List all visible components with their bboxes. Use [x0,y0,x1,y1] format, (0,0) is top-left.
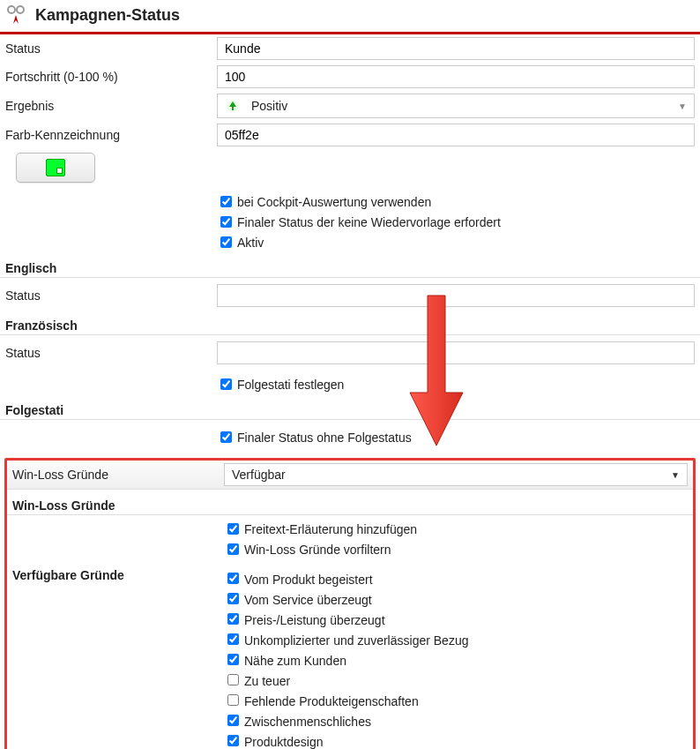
winloss-highlight: Win-Loss Gründe Verfügbar ▼ Win-Loss Grü… [4,458,696,749]
reason-row: Fehlende Produkteigenschaften [224,690,688,710]
cockpit-checkbox[interactable] [220,196,232,207]
reason-row: Unkomplizierter und zuverlässiger Bezug [224,629,688,649]
final-no-followups-checkbox[interactable] [220,431,232,443]
english-status-input[interactable] [217,284,695,307]
reason-label: Produktdesign [244,735,324,749]
reason-label: Unkomplizierter und zuverlässiger Bezug [244,633,468,648]
prefilter-checkbox-label: Win-Loss Gründe vorfiltern [244,543,391,557]
reason-checkbox[interactable] [227,694,239,706]
status-label: Status [5,41,217,56]
svg-point-1 [17,6,24,13]
reason-label: Zwischenmenschliches [244,715,371,729]
winloss-dropdown[interactable]: Verfügbar ▼ [224,463,688,486]
winloss-dropdown-label: Win-Loss Gründe [12,468,224,482]
reason-checkbox[interactable] [227,593,239,604]
active-checkbox-label: Aktiv [237,236,264,250]
prefilter-checkbox[interactable] [227,543,239,555]
page-header: Kampagnen-Status [0,0,700,34]
final-nowv-checkbox[interactable] [220,216,232,228]
reason-label: Zu teuer [244,674,290,688]
reason-row: Vom Service überzeugt [224,588,688,609]
status-input[interactable] [217,37,695,60]
final-nowv-checkbox-label: Finaler Status der keine Wiedervorlage e… [237,215,501,229]
section-followups: Folgestati [0,394,700,420]
cockpit-checkbox-label: bei Cockpit-Auswertung verwenden [237,195,431,209]
reason-checkbox[interactable] [227,654,239,665]
reason-label: Nähe zum Kunden [244,654,346,668]
campaign-status-icon [5,4,28,26]
chevron-down-icon: ▼ [678,101,687,111]
section-english: Englisch [0,252,700,278]
colorcode-input[interactable] [217,124,695,146]
svg-point-0 [8,6,15,13]
color-picker-button[interactable] [16,153,95,183]
reason-row: Vom Produkt begeistert [224,568,688,588]
define-followups-checkbox[interactable] [220,378,232,390]
reason-checkbox[interactable] [227,573,239,584]
result-label: Ergebnis [5,99,217,113]
reason-checkbox[interactable] [227,674,239,685]
final-no-followups-label: Finaler Status ohne Folgestatus [237,431,412,445]
define-followups-label: Folgestati festlegen [237,378,344,392]
chevron-down-icon: ▼ [671,470,680,480]
winloss-dropdown-value: Verfügbar [232,468,286,482]
reason-checkbox[interactable] [227,633,239,645]
reason-label: Fehlende Produkteigenschaften [244,694,419,708]
progress-input[interactable] [217,65,695,88]
freetext-checkbox-label: Freitext-Erläuterung hinzufügen [244,522,417,536]
reason-checkbox[interactable] [227,613,239,625]
result-select[interactable]: Positiv ▼ [217,94,695,118]
english-status-label: Status [5,288,217,303]
reason-checkbox[interactable] [227,715,239,726]
reason-label: Vom Produkt begeistert [244,573,373,587]
result-value: Positiv [251,99,287,113]
reason-label: Vom Service überzeugt [244,593,372,607]
colorcode-label: Farb-Kennzeichnung [5,128,217,142]
reason-row: Preis-/Leistung überzeugt [224,609,688,629]
french-status-label: Status [5,346,217,360]
reasons-list: Vom Produkt begeistertVom Service überze… [224,568,688,749]
reason-row: Zwischenmenschliches [224,710,688,730]
reason-label: Preis-/Leistung überzeugt [244,613,385,627]
section-french: Französisch [0,310,700,335]
arrow-up-icon [225,98,241,114]
reason-row: Produktdesign [224,730,688,749]
color-swatch-icon [46,159,65,176]
reason-row: Zu teuer [224,670,688,690]
active-checkbox[interactable] [220,236,232,248]
progress-label: Fortschritt (0-100 %) [5,70,217,84]
french-status-input[interactable] [217,341,695,364]
reason-checkbox[interactable] [227,735,239,746]
page-title: Kampagnen-Status [35,6,180,25]
reason-row: Nähe zum Kunden [224,649,688,670]
freetext-checkbox[interactable] [227,523,239,535]
available-reasons-label: Verfügbare Gründe [12,568,224,582]
winloss-section-title: Win-Loss Gründe [7,490,693,515]
